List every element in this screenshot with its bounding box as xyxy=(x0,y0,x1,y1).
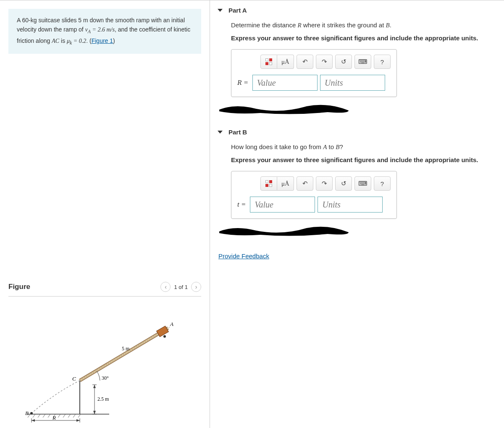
svg-line-27 xyxy=(78,414,81,417)
keyboard-icon: ⌨ xyxy=(358,180,368,187)
reset-button[interactable]: ↺ xyxy=(335,176,352,191)
figure-link[interactable]: Figure 1 xyxy=(92,37,113,44)
svg-text:2.5 m: 2.5 m xyxy=(97,396,109,402)
templates-icon xyxy=(265,180,272,187)
svg-text:C: C xyxy=(72,375,76,382)
chevron-down-icon xyxy=(218,131,223,134)
undo-button[interactable]: ↶ xyxy=(297,176,313,191)
figure-diagram: 5 m A C 30° 2.5 m xyxy=(8,297,201,428)
part-a-question: Determine the distance R where it strike… xyxy=(231,20,504,30)
svg-text:30°: 30° xyxy=(102,375,109,381)
svg-marker-14 xyxy=(93,411,96,414)
undo-icon: ↶ xyxy=(302,180,308,187)
figure-pager: 1 of 1 xyxy=(174,284,188,290)
provide-feedback-link[interactable]: Provide Feedback xyxy=(210,244,269,260)
part-a-units-input[interactable] xyxy=(320,75,385,91)
part-a-header[interactable]: Part A xyxy=(210,0,504,20)
undo-icon: ↶ xyxy=(302,58,308,66)
keyboard-button[interactable]: ⌨ xyxy=(354,55,371,69)
units-button[interactable]: μÅ xyxy=(277,176,294,191)
part-a-answer-panel: μÅ ↶ ↷ ↺ ⌨ ? R = xyxy=(231,49,397,97)
part-b-units-input[interactable] xyxy=(318,197,383,213)
svg-marker-31 xyxy=(32,419,35,422)
templates-button[interactable] xyxy=(260,176,277,191)
chevron-down-icon xyxy=(218,9,223,12)
svg-text:B: B xyxy=(25,410,29,416)
undo-button[interactable]: ↶ xyxy=(297,55,313,69)
redo-icon: ↷ xyxy=(322,180,327,187)
svg-line-20 xyxy=(43,414,45,417)
svg-line-18 xyxy=(33,414,35,417)
figure-prev-button[interactable]: ‹ xyxy=(160,282,171,292)
part-b-label: t = xyxy=(237,200,246,209)
part-b-redacted xyxy=(218,223,344,236)
part-b-answer-panel: μÅ ↶ ↷ ↺ ⌨ ? t = xyxy=(231,171,397,219)
part-a-value-input[interactable] xyxy=(252,75,318,91)
units-button[interactable]: μÅ xyxy=(277,55,294,69)
templates-button[interactable] xyxy=(260,55,277,69)
part-a-label: R = xyxy=(237,79,248,87)
svg-line-21 xyxy=(48,414,50,417)
help-button[interactable]: ? xyxy=(374,55,391,69)
svg-line-25 xyxy=(68,414,71,417)
svg-point-28 xyxy=(30,412,33,415)
svg-text:R: R xyxy=(52,415,56,421)
redo-button[interactable]: ↷ xyxy=(316,55,333,69)
svg-line-23 xyxy=(58,414,60,417)
templates-icon xyxy=(265,58,272,65)
svg-point-4 xyxy=(163,335,166,338)
problem-statement: A 60-kg suitcase slides 5 m down the smo… xyxy=(8,9,201,54)
svg-text:A: A xyxy=(170,321,173,327)
part-b-value-input[interactable] xyxy=(250,197,315,213)
part-a-instruction: Express your answer to three significant… xyxy=(231,34,504,42)
redo-button[interactable]: ↷ xyxy=(316,176,333,191)
reset-icon: ↺ xyxy=(341,180,346,187)
svg-text:5 m: 5 m xyxy=(122,346,130,352)
keyboard-button[interactable]: ⌨ xyxy=(354,176,371,191)
svg-marker-32 xyxy=(76,419,80,422)
reset-icon: ↺ xyxy=(341,58,346,66)
figure-title: Figure xyxy=(8,283,30,291)
reset-button[interactable]: ↺ xyxy=(335,55,352,69)
svg-line-24 xyxy=(63,414,66,417)
figure-next-button[interactable]: › xyxy=(191,282,201,292)
part-b-title: Part B xyxy=(228,129,247,136)
part-b-instruction: Express your answer to three significant… xyxy=(231,156,504,163)
part-b-question: How long does it take to go from A to B? xyxy=(231,142,504,152)
part-b-header[interactable]: Part B xyxy=(210,122,504,142)
svg-marker-13 xyxy=(93,385,96,388)
part-a-title: Part A xyxy=(228,7,247,14)
help-button[interactable]: ? xyxy=(374,176,391,191)
keyboard-icon: ⌨ xyxy=(358,58,368,66)
svg-line-19 xyxy=(38,414,40,417)
redo-icon: ↷ xyxy=(322,58,327,66)
svg-line-26 xyxy=(73,414,76,417)
part-a-redacted xyxy=(218,101,344,114)
